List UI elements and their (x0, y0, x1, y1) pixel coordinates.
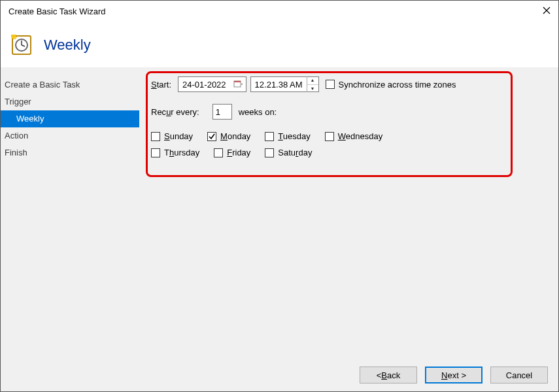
wizard-body: Create a Basic Task Trigger Weekly Actio… (1, 67, 558, 359)
page-title: Weekly (44, 37, 91, 54)
main-panel: Start: 24-01-2022 12.21.38 AM ▲ (139, 67, 558, 359)
svg-rect-9 (234, 81, 241, 82)
checkbox-box (214, 148, 223, 157)
start-date-value: 24-01-2022 (182, 80, 226, 90)
day-label: Wednesday (338, 131, 382, 141)
titlebar: Create Basic Task Wizard (1, 1, 558, 23)
spin-up-icon[interactable]: ▲ (307, 76, 318, 85)
day-label: Sunday (164, 131, 193, 141)
svg-marker-10 (241, 84, 243, 85)
checkbox-box (265, 148, 274, 157)
day-friday-checkbox[interactable]: Friday (214, 148, 250, 157)
spin-down-icon[interactable]: ▼ (307, 85, 318, 93)
checkbox-box (326, 80, 335, 89)
day-tuesday-checkbox[interactable]: Tuesday (265, 131, 310, 141)
day-label: Monday (220, 131, 250, 141)
checkbox-box (265, 132, 274, 141)
sidebar-item-finish[interactable]: Finish (1, 144, 139, 161)
recur-row: Recur every: 1 weeks on: (151, 104, 547, 120)
sidebar-item-weekly[interactable]: Weekly (1, 110, 139, 127)
wizard-header: Weekly (1, 23, 558, 67)
start-row: Start: 24-01-2022 12.21.38 AM ▲ (151, 76, 547, 92)
checkbox-box (325, 132, 334, 141)
checkbox-box (207, 132, 216, 141)
recur-label: Recur every: (151, 107, 199, 117)
task-clock-icon (10, 33, 33, 57)
day-label: Saturday (278, 148, 312, 157)
start-label: Start: (151, 80, 171, 90)
day-label: Thursday (164, 148, 199, 157)
sidebar-item-trigger[interactable]: Trigger (1, 93, 139, 110)
recur-every-input[interactable]: 1 (212, 104, 232, 120)
day-thursday-checkbox[interactable]: Thursday (151, 148, 199, 157)
day-sunday-checkbox[interactable]: Sunday (151, 131, 193, 141)
window-title: Create Basic Task Wizard (8, 7, 543, 16)
calendar-icon (233, 80, 243, 89)
close-button[interactable] (543, 7, 551, 16)
day-saturday-checkbox[interactable]: Saturday (265, 148, 312, 157)
sidebar-item-action[interactable]: Action (1, 127, 139, 144)
close-icon (543, 7, 551, 14)
day-label: Tuesday (278, 131, 310, 141)
start-time-input[interactable]: 12.21.38 AM ▲ ▼ (250, 76, 319, 92)
recur-suffix-label: weeks on: (239, 107, 277, 117)
time-spinner[interactable]: ▲ ▼ (307, 76, 318, 92)
checkbox-box (151, 132, 160, 141)
synchronize-label: Synchronize across time zones (339, 80, 456, 90)
back-button[interactable]: < Back (360, 367, 417, 384)
cancel-button[interactable]: Cancel (490, 367, 548, 384)
checkmark-icon (208, 133, 216, 140)
day-label: Friday (227, 148, 250, 157)
wizard-window: Create Basic Task Wizard Weekly Create a… (0, 0, 559, 392)
day-wednesday-checkbox[interactable]: Wednesday (325, 131, 382, 141)
days-row-2: Thursday Friday Saturday (151, 148, 547, 157)
days-row-1: Sunday Monday Tuesday Wednesday (151, 131, 547, 141)
wizard-footer: < Back Next > Cancel (1, 359, 558, 391)
day-monday-checkbox[interactable]: Monday (207, 131, 250, 141)
date-picker-button[interactable] (233, 79, 243, 90)
next-button[interactable]: Next > (425, 367, 483, 384)
synchronize-checkbox[interactable]: Synchronize across time zones (326, 80, 456, 90)
sidebar: Create a Basic Task Trigger Weekly Actio… (1, 67, 139, 359)
sidebar-item-create-basic-task[interactable]: Create a Basic Task (1, 76, 139, 93)
start-date-input[interactable]: 24-01-2022 (178, 76, 246, 92)
start-time-value: 12.21.38 AM (255, 80, 303, 90)
checkbox-box (151, 148, 160, 157)
